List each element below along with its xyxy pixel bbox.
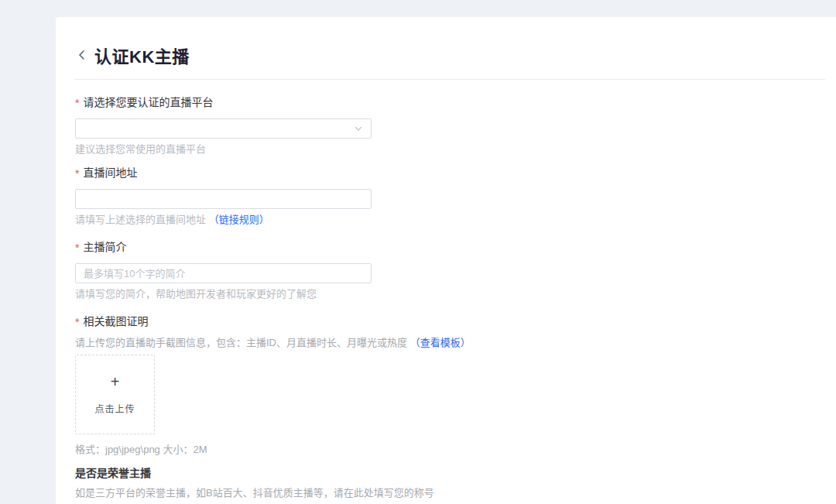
upload-dropzone[interactable]: + 点击上传 <box>75 355 155 434</box>
screenshot-desc-text: 请上传您的直播助手截图信息，包含：主播ID、月直播时长、月曝光或热度 <box>75 337 407 348</box>
required-asterisk: * <box>75 97 79 109</box>
room-url-input[interactable] <box>75 189 372 209</box>
link-rules-link[interactable]: （链接规则） <box>209 214 269 225</box>
field-room-url: * 直播间地址 请填写上述选择的直播间地址 （链接规则） <box>75 167 836 225</box>
view-template-link[interactable]: （查看模板） <box>410 337 471 348</box>
chevron-down-icon <box>354 124 363 133</box>
intro-hint: 请填写您的简介，帮助地图开发者和玩家更好的了解您 <box>75 289 836 300</box>
honor-label: 是否是荣誉主播 <box>75 468 836 478</box>
room-url-label: * 直播间地址 <box>75 167 836 180</box>
intro-input[interactable] <box>75 263 372 283</box>
page-background: { "colors": { "page_bg": "#eef1f6", "acc… <box>0 0 836 504</box>
field-screenshot: * 相关截图证明 请上传您的直播助手截图信息，包含：主播ID、月直播时长、月曝光… <box>75 316 836 456</box>
content-card: 认证KK主播 * 请选择您要认证的直播平台 建议选择您常使用的直播平台 * 直播… <box>56 17 836 504</box>
back-icon[interactable] <box>75 48 89 62</box>
required-asterisk: * <box>75 167 79 180</box>
page-title: 认证KK主播 <box>94 43 190 67</box>
screenshot-label-text: 相关截图证明 <box>83 316 148 327</box>
required-asterisk: * <box>75 242 79 254</box>
required-asterisk: * <box>75 316 79 328</box>
platform-select[interactable] <box>75 118 372 139</box>
honor-desc: 如是三方平台的荣誉主播，如B站百大、抖音优质主播等，请在此处填写您的称号 <box>75 488 836 499</box>
room-url-hint: 请填写上述选择的直播间地址 （链接规则） <box>75 214 836 225</box>
format-hint: 格式：jpg\jpeg\png 大小：2M <box>75 441 836 456</box>
screenshot-desc: 请上传您的直播助手截图信息，包含：主播ID、月直播时长、月曝光或热度 （查看模板… <box>75 338 836 348</box>
certification-form: * 请选择您要认证的直播平台 建议选择您常使用的直播平台 * 直播间地址 请填写… <box>75 97 836 504</box>
platform-label-text: 请选择您要认证的直播平台 <box>83 97 213 108</box>
room-url-label-text: 直播间地址 <box>83 167 137 178</box>
field-honor: 是否是荣誉主播 如是三方平台的荣誉主播，如B站百大、抖音优质主播等，请在此处填写… <box>75 468 836 504</box>
field-intro: * 主播简介 请填写您的简介，帮助地图开发者和玩家更好的了解您 <box>75 242 836 300</box>
screenshot-label: * 相关截图证明 <box>75 316 836 328</box>
upload-label: 点击上传 <box>94 402 135 415</box>
platform-hint: 建议选择您常使用的直播平台 <box>75 144 836 155</box>
room-url-hint-text: 请填写上述选择的直播间地址 <box>75 214 206 225</box>
header-divider <box>75 79 825 80</box>
page-header: 认证KK主播 <box>75 43 836 67</box>
intro-label: * 主播简介 <box>75 242 836 254</box>
plus-icon: + <box>111 374 120 389</box>
field-platform: * 请选择您要认证的直播平台 建议选择您常使用的直播平台 <box>75 97 836 155</box>
intro-label-text: 主播简介 <box>83 242 126 252</box>
platform-label: * 请选择您要认证的直播平台 <box>75 97 836 109</box>
